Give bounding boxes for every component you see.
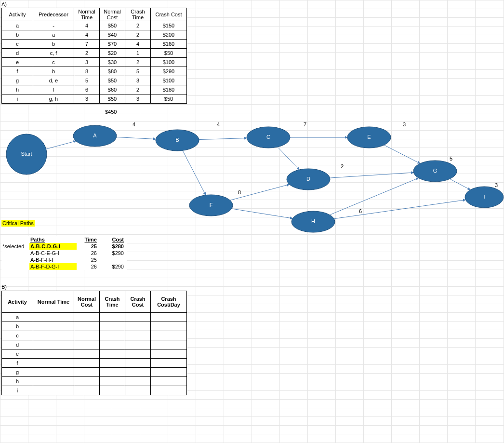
table-a-row: ig, h3$503$50	[2, 94, 187, 104]
node-label-g: G	[433, 168, 438, 174]
table-a-sum: $450	[105, 109, 117, 115]
node-label-e: E	[367, 134, 371, 140]
edge-f-h	[232, 209, 292, 218]
critical-paths-title: Critical Paths	[1, 220, 35, 227]
duration-label: 3	[495, 182, 498, 188]
duration-label: 3	[403, 121, 406, 127]
cp-row: A-B-F-D-G-I26$290	[1, 263, 127, 270]
node-label-start: Start	[21, 151, 32, 157]
cp-header-time: Time	[77, 236, 100, 243]
node-label-f: F	[210, 202, 213, 208]
tb-activity: Activity	[2, 291, 33, 313]
th-normal-cost: Normal Cost	[100, 8, 125, 21]
edge-b-f	[183, 150, 206, 195]
table-b-row: i	[2, 386, 187, 395]
edge-e-g	[384, 145, 420, 163]
edge-c-d	[278, 147, 299, 170]
table-a-row: fb8$805$290	[2, 67, 187, 76]
section-b-label: B)	[1, 284, 7, 290]
section-a-label: A)	[1, 1, 7, 7]
tb-crash-cost-day: Crash Cost/Day	[151, 291, 187, 313]
cp-header-cost: Cost	[100, 236, 127, 243]
duration-label: 2	[341, 163, 344, 169]
table-b-header: Activity Normal Time Normal Cost Crash T…	[2, 291, 187, 313]
cp-row: A-B-F-H-I25	[1, 256, 127, 263]
node-label-b: B	[175, 137, 179, 143]
table-b-row: c	[2, 331, 187, 340]
th-crash-cost: Crash Cost	[151, 8, 187, 21]
table-a-row: gd, e5$503$100	[2, 76, 187, 85]
table-b-row: d	[2, 340, 187, 349]
tb-crash-cost: Crash Cost	[125, 291, 151, 313]
tb-normal-cost: Normal Cost	[74, 291, 100, 313]
table-a-row: dc, f2$201$50	[2, 49, 187, 58]
cp-header-paths: Paths	[29, 236, 77, 243]
edge-h-g	[330, 178, 418, 215]
critical-paths-table: Paths Time Cost *selectedA-B-C-D-G-I25$2…	[1, 236, 127, 270]
edge-b-c	[199, 138, 247, 139]
node-label-d: D	[306, 176, 310, 182]
table-b-row: a	[2, 313, 187, 322]
duration-label: 5	[450, 156, 452, 161]
table-a-row: cb7$704$160	[2, 40, 187, 49]
node-label-h: H	[311, 218, 315, 224]
table-b: Activity Normal Time Normal Cost Crash T…	[1, 291, 187, 395]
cp-row: *selectedA-B-C-D-G-I25$280	[1, 243, 127, 250]
tb-crash-time: Crash Time	[100, 291, 125, 313]
duration-label: 4	[217, 121, 220, 127]
table-a-row: ba4$402$200	[2, 30, 187, 40]
table-a-row: ec3$302$100	[2, 58, 187, 67]
cp-row: A-B-C-E-G-I26$290	[1, 250, 127, 256]
th-crash-time: Crash Time	[125, 8, 151, 21]
table-a: Activity Predecessor Normal Time Normal …	[1, 8, 187, 104]
duration-label: 4	[133, 121, 135, 127]
node-label-c: C	[266, 134, 270, 140]
table-a-row: hf6$602$180	[2, 85, 187, 94]
edge-a-b	[117, 137, 156, 139]
duration-label: 6	[359, 208, 362, 214]
tb-normal-time: Normal Time	[33, 291, 74, 313]
edge-g-i	[450, 179, 471, 190]
table-a-row: a-4$502$150	[2, 21, 187, 30]
duration-label: 8	[238, 189, 241, 195]
edge-d-g	[330, 173, 414, 178]
duration-label: 7	[304, 121, 306, 127]
table-a-header: Activity Predecessor Normal Time Normal …	[2, 8, 187, 21]
table-b-row: h	[2, 377, 187, 386]
table-b-row: f	[2, 359, 187, 368]
th-predecessor: Predecessor	[33, 8, 74, 21]
edge-h-i	[334, 200, 465, 219]
edge-start-a	[46, 141, 76, 149]
node-label-a: A	[93, 133, 97, 138]
table-b-row: g	[2, 368, 187, 377]
th-normal-time: Normal Time	[74, 8, 100, 21]
th-activity: Activity	[2, 8, 33, 21]
node-label-i: I	[483, 194, 485, 200]
table-b-row: e	[2, 349, 187, 359]
table-b-row: b	[2, 322, 187, 331]
